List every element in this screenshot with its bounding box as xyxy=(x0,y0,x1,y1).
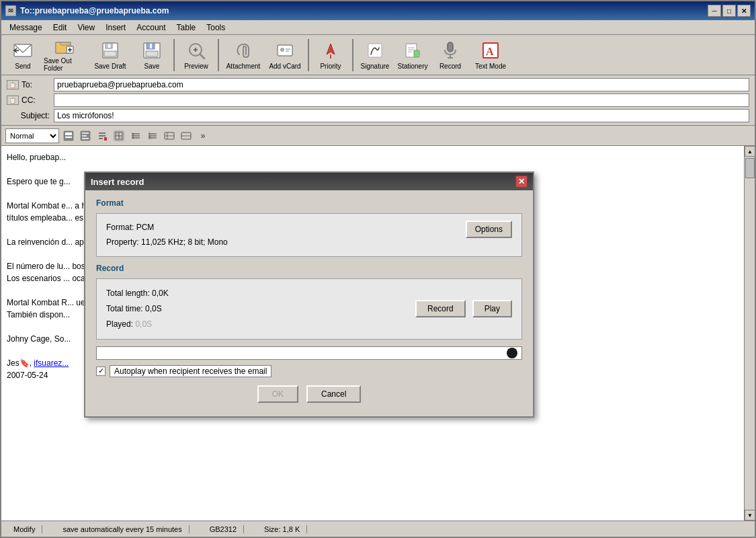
property-line: Property: 11,025 KHz; 8 bit; Mono xyxy=(106,235,228,250)
total-time-label: Total time: xyxy=(106,304,143,313)
progress-bar xyxy=(96,346,522,360)
total-length-value: 0,0K xyxy=(152,289,169,298)
play-button[interactable]: Play xyxy=(472,300,512,317)
dialog-title-text: Insert record xyxy=(91,177,144,187)
record-info: Total length: 0,0K Total time: 0,0S Play… xyxy=(106,286,427,332)
property-label: Property: xyxy=(106,237,139,247)
format-type-line: Format: PCM xyxy=(106,221,228,235)
autoplay-checkbox[interactable]: ✓ xyxy=(96,367,106,376)
progress-dot xyxy=(507,348,517,358)
record-section: Total length: 0,0K Total time: 0,0S Play… xyxy=(96,278,522,339)
total-time-line: Total time: 0,0S xyxy=(106,301,427,317)
property-value: 11,025 KHz; 8 bit; Mono xyxy=(141,237,228,247)
record-section-title: Record xyxy=(96,264,522,273)
dialog-title-bar: Insert record ✕ xyxy=(85,173,533,190)
dialog-overlay: Insert record ✕ Format Format: PCM Prope… xyxy=(0,0,756,538)
record-button[interactable]: Record xyxy=(415,300,466,317)
autoplay-row: ✓ Autoplay when recipient receives the e… xyxy=(96,365,522,377)
dialog-body: Format Format: PCM Property: 11,025 KHz;… xyxy=(85,190,533,416)
format-row: Format: PCM Property: 11,025 KHz; 8 bit;… xyxy=(106,221,512,249)
dialog-close-button[interactable]: ✕ xyxy=(515,176,528,188)
played-line: Played: 0,0S xyxy=(106,317,427,332)
record-play-buttons: Record Play xyxy=(415,300,512,317)
options-button[interactable]: Options xyxy=(466,221,512,238)
format-type-value: PCM xyxy=(136,223,155,232)
format-section: Format: PCM Property: 11,025 KHz; 8 bit;… xyxy=(96,213,522,257)
total-length-label: Total length: xyxy=(106,289,150,298)
insert-record-dialog: Insert record ✕ Format Format: PCM Prope… xyxy=(84,171,534,418)
format-type-label: Format: xyxy=(106,223,134,232)
dialog-buttons: OK Cancel xyxy=(96,385,522,408)
cancel-button[interactable]: Cancel xyxy=(306,385,361,403)
format-info: Format: PCM Property: 11,025 KHz; 8 bit;… xyxy=(106,221,228,249)
played-value: 0,0S xyxy=(135,319,152,329)
autoplay-label: Autoplay when recipient receives the ema… xyxy=(110,365,271,377)
total-time-value: 0,0S xyxy=(145,304,162,313)
format-section-title: Format xyxy=(96,198,522,208)
ok-button[interactable]: OK xyxy=(257,385,298,403)
total-length-line: Total length: 0,0K xyxy=(106,286,427,301)
played-label: Played: xyxy=(106,319,133,329)
